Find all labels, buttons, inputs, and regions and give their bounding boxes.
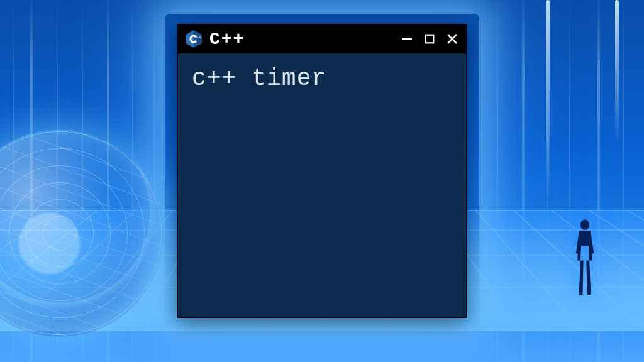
window-controls	[399, 31, 460, 47]
console-line: c++ timer	[192, 65, 452, 92]
cpp-logo-icon: + +	[184, 30, 203, 48]
svg-text:+: +	[196, 36, 198, 39]
window-title: C++	[209, 30, 245, 49]
close-button[interactable]	[445, 31, 460, 47]
titlebar[interactable]: + + C++	[178, 25, 466, 53]
svg-text:+: +	[199, 36, 201, 39]
minimize-button[interactable]	[399, 31, 414, 47]
light-beam	[546, 0, 550, 199]
maximize-button[interactable]	[422, 31, 437, 47]
silhouette-figure	[570, 217, 600, 299]
svg-point-0	[580, 220, 589, 231]
console-window: + + C++ c++ timer	[177, 24, 467, 318]
light-beam	[615, 0, 619, 145]
console-content: c++ timer	[178, 53, 466, 317]
svg-rect-6	[426, 35, 434, 43]
